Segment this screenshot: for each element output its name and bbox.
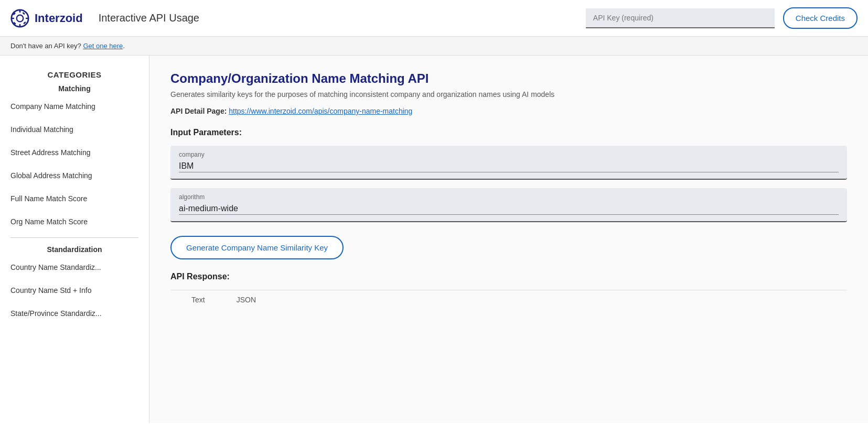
svg-point-1 — [17, 15, 24, 21]
api-detail-link[interactable]: https://www.interzoid.com/apis/company-n… — [229, 107, 412, 115]
logo: Interzoid — [10, 9, 83, 28]
main-content: Company/Organization Name Matching API G… — [149, 56, 868, 423]
svg-rect-2 — [19, 9, 21, 12]
header-title: Interactive API Usage — [99, 12, 586, 24]
layout: CATEGORIES Matching Company Name Matchin… — [0, 56, 868, 423]
gear-icon — [10, 9, 29, 28]
api-detail-row: API Detail Page: https://www.interzoid.c… — [170, 107, 847, 115]
param-company-input[interactable] — [179, 160, 839, 172]
sidebar-item-state-province-standardiz[interactable]: State/Province Standardiz... — [0, 302, 149, 325]
svg-rect-3 — [19, 24, 21, 26]
sidebar-item-org-name-match-score[interactable]: Org Name Match Score — [0, 210, 149, 233]
param-algorithm-group: algorithm — [170, 188, 847, 222]
sidebar: CATEGORIES Matching Company Name Matchin… — [0, 56, 149, 423]
info-suffix: . — [123, 42, 125, 50]
sidebar-item-country-name-standardiz[interactable]: Country Name Standardiz... — [0, 256, 149, 279]
sidebar-matching-header: Matching — [0, 81, 149, 95]
info-text: Don't have an API key? — [10, 42, 81, 50]
api-detail-label: API Detail Page: — [170, 107, 227, 115]
sidebar-item-street-address-matching[interactable]: Street Address Matching — [0, 141, 149, 164]
param-algorithm-label: algorithm — [179, 193, 839, 201]
sidebar-categories-header: CATEGORIES — [0, 66, 149, 81]
main-title: Company/Organization Name Matching API — [170, 71, 847, 86]
svg-rect-8 — [22, 12, 25, 15]
api-key-input[interactable] — [586, 8, 775, 28]
sidebar-content: CATEGORIES Matching Company Name Matchin… — [0, 61, 149, 330]
header: Interzoid Interactive API Usage Check Cr… — [0, 0, 868, 37]
sidebar-item-full-name-match-score[interactable]: Full Name Match Score — [0, 187, 149, 210]
param-company-label: company — [179, 151, 839, 158]
check-credits-button[interactable]: Check Credits — [783, 7, 858, 29]
param-company-group: company — [170, 146, 847, 180]
input-params-label: Input Parameters: — [170, 128, 847, 137]
sidebar-item-company-name-matching[interactable]: Company Name Matching — [0, 95, 149, 118]
api-response-label: API Response: — [170, 272, 847, 281]
sidebar-standardization-header: Standardization — [0, 242, 149, 256]
response-tabs: Text JSON — [170, 290, 847, 309]
sidebar-item-country-name-std-info[interactable]: Country Name Std + Info — [0, 279, 149, 302]
svg-rect-4 — [12, 17, 14, 19]
sidebar-item-global-address-matching[interactable]: Global Address Matching — [0, 164, 149, 187]
logo-text: Interzoid — [35, 12, 83, 25]
param-algorithm-input[interactable] — [179, 203, 839, 215]
get-api-key-link[interactable]: Get one here — [83, 42, 123, 50]
main-subtitle: Generates similarity keys for the purpos… — [170, 90, 847, 99]
info-bar: Don't have an API key? Get one here. — [0, 37, 868, 56]
generate-button[interactable]: Generate Company Name Similarity Key — [170, 236, 344, 259]
sidebar-divider — [10, 237, 138, 238]
response-tab-text[interactable]: Text — [191, 290, 205, 309]
sidebar-item-individual-matching[interactable]: Individual Matching — [0, 118, 149, 141]
svg-rect-5 — [26, 17, 28, 19]
response-tab-json[interactable]: JSON — [237, 290, 256, 309]
